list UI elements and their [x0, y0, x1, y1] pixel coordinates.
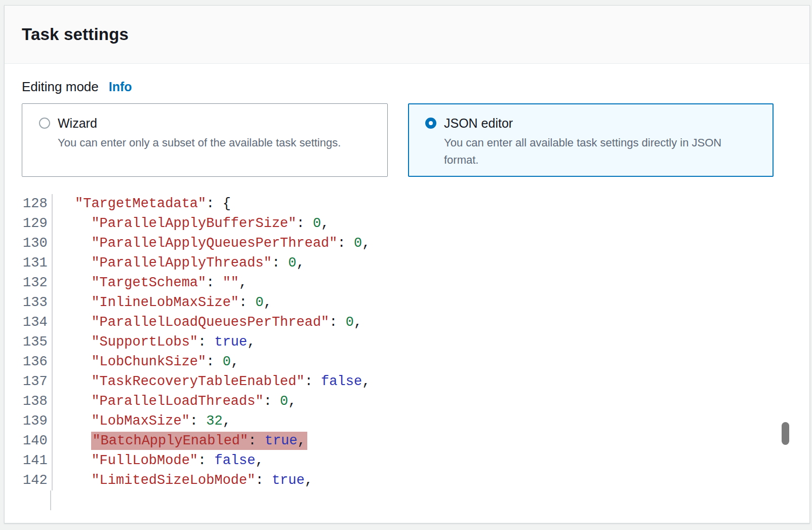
code-content: "BatchApplyEnabled": true, [53, 431, 307, 451]
code-line[interactable]: 142 "LimitedSizeLobMode": true, [23, 471, 809, 490]
json-editor-radio[interactable] [425, 118, 436, 129]
json-editor-description: You can enter all available task setting… [444, 134, 748, 169]
wizard-label: Wizard [58, 116, 341, 131]
code-line[interactable]: 137 "TaskRecoveryTableEnabled": false, [23, 372, 809, 392]
code-content: "SupportLobs": true, [53, 332, 256, 352]
line-number: 138 [23, 392, 53, 411]
line-number: 128 [23, 194, 53, 214]
line-number: 130 [23, 234, 53, 253]
vertical-scrollbar-thumb[interactable] [782, 422, 789, 445]
code-line[interactable]: 132 "TargetSchema": "", [23, 273, 809, 293]
code-line[interactable]: 133 "InlineLobMaxSize": 0, [23, 293, 809, 313]
line-number: 139 [23, 411, 53, 431]
line-number: 137 [23, 372, 53, 392]
line-number: 142 [23, 471, 53, 490]
line-number: 133 [23, 293, 53, 313]
code-line[interactable]: 141 "FullLobMode": false, [23, 451, 809, 471]
editing-mode-label: Editing mode [22, 79, 99, 95]
json-editor-label: JSON editor [444, 116, 748, 131]
code-content: "LimitedSizeLobMode": true, [53, 471, 313, 490]
line-number: 136 [23, 352, 53, 372]
line-number [23, 490, 51, 510]
code-content: "ParallelApplyBufferSize": 0, [53, 214, 330, 234]
line-number: 135 [23, 332, 53, 352]
code-content: "ParallelLoadQueuesPerThread": 0, [53, 313, 362, 332]
code-line[interactable]: 139 "LobMaxSize": 32, [23, 411, 809, 431]
wizard-description: You can enter only a subset of the avail… [58, 134, 341, 152]
line-number: 134 [23, 313, 53, 332]
code-content [51, 490, 57, 510]
code-content: "TargetMetadata": { [53, 194, 231, 214]
tile-json-editor[interactable]: JSON editor You can enter all available … [408, 103, 774, 177]
json-code-editor[interactable]: 128 "TargetMetadata": {129 "ParallelAppl… [23, 194, 809, 510]
code-line[interactable]: 138 "ParallelLoadThreads": 0, [23, 392, 809, 411]
code-content: "InlineLobMaxSize": 0, [53, 293, 272, 313]
info-link[interactable]: Info [109, 80, 132, 94]
code-line[interactable]: 131 "ParallelApplyThreads": 0, [23, 253, 809, 273]
code-content: "ParallelApplyQueuesPerThread": 0, [53, 234, 371, 253]
editing-mode-tiles: Wizard You can enter only a subset of th… [22, 103, 809, 177]
page-title: Task settings [22, 25, 129, 44]
task-settings-panel: Task settings Editing mode Info Wizard Y… [4, 5, 810, 523]
code-content: "LobMaxSize": 32, [53, 411, 231, 431]
line-number: 132 [23, 273, 53, 293]
code-content: "LobChunkSize": 0, [53, 352, 239, 372]
wizard-radio[interactable] [39, 118, 50, 129]
line-number: 129 [23, 214, 53, 234]
tile-wizard[interactable]: Wizard You can enter only a subset of th… [22, 103, 388, 177]
panel-body: Editing mode Info Wizard You can enter o… [5, 64, 809, 510]
code-lines: 128 "TargetMetadata": {129 "ParallelAppl… [23, 194, 809, 510]
code-line[interactable]: 135 "SupportLobs": true, [23, 332, 809, 352]
line-number: 131 [23, 253, 53, 273]
code-content: "TargetSchema": "", [53, 273, 248, 293]
code-line[interactable]: 136 "LobChunkSize": 0, [23, 352, 809, 372]
code-content: "ParallelLoadThreads": 0, [53, 392, 297, 411]
code-line[interactable] [23, 490, 809, 510]
code-content: "TaskRecoveryTableEnabled": false, [53, 372, 371, 392]
line-number: 140 [23, 431, 53, 451]
code-line[interactable]: 129 "ParallelApplyBufferSize": 0, [23, 214, 809, 234]
code-line[interactable]: 134 "ParallelLoadQueuesPerThread": 0, [23, 313, 809, 332]
code-line[interactable]: 140 "BatchApplyEnabled": true, [23, 431, 809, 451]
editing-mode-row: Editing mode Info [22, 79, 809, 95]
code-content: "ParallelApplyThreads": 0, [53, 253, 305, 273]
panel-header: Task settings [5, 6, 809, 64]
code-line[interactable]: 130 "ParallelApplyQueuesPerThread": 0, [23, 234, 809, 253]
code-line[interactable]: 128 "TargetMetadata": { [23, 194, 809, 214]
line-number: 141 [23, 451, 53, 471]
code-content: "FullLobMode": false, [53, 451, 264, 471]
